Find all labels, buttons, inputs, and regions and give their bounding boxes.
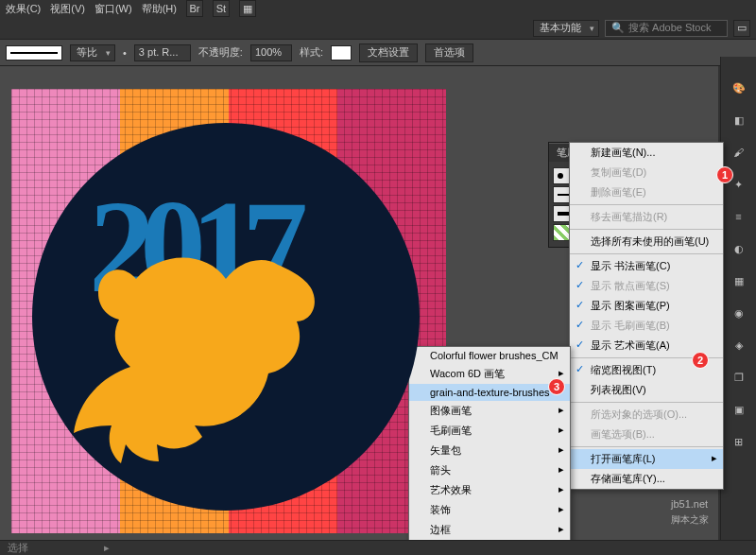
- search-icon: 🔍: [611, 22, 625, 34]
- menu-item[interactable]: 列表视图(V): [570, 380, 723, 400]
- menu-item: 所选对象的选项(O)...: [570, 405, 723, 425]
- menu-item[interactable]: 新建画笔(N)...: [570, 143, 723, 163]
- menu-item: 显示 毛刷画笔(B): [570, 316, 723, 336]
- callout-badge-2: 2: [692, 352, 709, 369]
- callout-badge-3: 3: [548, 378, 565, 395]
- artboards-icon[interactable]: ▣: [727, 397, 751, 422]
- menu-item: 显示 散点画笔(S): [570, 276, 723, 296]
- menu-item[interactable]: 矢量包: [409, 441, 570, 460]
- menu-item[interactable]: 毛刷画笔: [409, 421, 570, 441]
- transparency-icon[interactable]: ▦: [727, 269, 751, 293]
- status-bar: 选择 ▸: [0, 540, 756, 555]
- opacity-field[interactable]: 100%: [250, 44, 292, 61]
- style-label: 样式:: [300, 45, 323, 60]
- callout-badge-1: 1: [716, 166, 733, 183]
- layers-icon[interactable]: ❐: [727, 365, 751, 390]
- menu-item[interactable]: 显示 图案画笔(P): [570, 296, 723, 316]
- libraries-icon[interactable]: ⊞: [727, 429, 751, 454]
- menu-item[interactable]: 选择所有未使用的画笔(U): [570, 232, 723, 251]
- opacity-label: 不透明度:: [198, 45, 243, 60]
- appearance-icon[interactable]: ◉: [727, 301, 751, 325]
- menu-item[interactable]: 箭头: [409, 460, 570, 480]
- color-icon[interactable]: 🎨: [727, 76, 751, 100]
- menu-help[interactable]: 帮助(H): [142, 2, 177, 16]
- brush-library-submenu: Colorful flower brushes_CMWacom 6D 画笔gra…: [408, 346, 571, 555]
- style-swatch[interactable]: [331, 45, 352, 61]
- stroke-preview[interactable]: [6, 45, 62, 61]
- options-bar: 等比 • 3 pt. R... 不透明度: 100% 样式: 文档设置 首选项: [0, 40, 756, 66]
- menu-item: 复制画笔(D): [570, 163, 723, 182]
- doc-setup-button[interactable]: 文档设置: [359, 43, 418, 62]
- menu-item[interactable]: 打开画笔库(L): [570, 449, 723, 469]
- menu-item[interactable]: 艺术效果: [409, 480, 570, 500]
- uniform-dropdown[interactable]: 等比: [70, 44, 115, 61]
- menu-item: 删除画笔(E): [570, 182, 723, 202]
- menu-item: 移去画笔描边(R): [570, 207, 723, 227]
- graphic-styles-icon[interactable]: ◈: [727, 333, 751, 357]
- menu-item[interactable]: grain-and-texture-brushes: [409, 384, 570, 401]
- scroll-arrow-icon[interactable]: ▸: [104, 542, 110, 554]
- workspace-switcher[interactable]: 基本功能: [533, 20, 599, 37]
- menu-effects[interactable]: 效果(C): [6, 2, 41, 16]
- bullet: •: [123, 47, 127, 59]
- menu-window[interactable]: 窗口(W): [94, 2, 132, 16]
- right-tool-strip: 🎨 ◧ 🖌 ✦ ≡ ◐ ▦ ◉ ◈ ❐ ▣ ⊞: [720, 57, 756, 555]
- menu-view[interactable]: 视图(V): [50, 2, 85, 16]
- artwork-circle: 2017: [32, 123, 420, 511]
- swatches-icon[interactable]: ◧: [727, 108, 751, 132]
- menu-item[interactable]: 边框: [409, 520, 570, 540]
- panel-icon[interactable]: St: [213, 0, 230, 17]
- search-placeholder: 搜索 Adobe Stock: [628, 21, 711, 35]
- brush-panel-flyout-menu: 新建画笔(N)...复制画笔(D)删除画笔(E)移去画笔描边(R)选择所有未使用…: [569, 142, 724, 490]
- menu-item: 画笔选项(B)...: [570, 425, 723, 444]
- menu-item[interactable]: 显示 书法画笔(C): [570, 256, 723, 276]
- arrange-icon[interactable]: ▭: [733, 20, 750, 37]
- brushes-icon[interactable]: 🖌: [727, 140, 751, 165]
- artwork-rooster: [42, 236, 344, 473]
- search-input[interactable]: 🔍 搜索 Adobe Stock: [605, 20, 728, 37]
- menu-item[interactable]: 图像画笔: [409, 401, 570, 421]
- menu-bar: 效果(C) 视图(V) 窗口(W) 帮助(H) Br St ▦: [0, 0, 756, 17]
- stroke-weight-field[interactable]: 3 pt. R...: [134, 44, 191, 61]
- menu-item[interactable]: Colorful flower brushes_CM: [409, 347, 570, 364]
- menu-item[interactable]: 装饰: [409, 500, 570, 520]
- menu-item[interactable]: Wacom 6D 画笔: [409, 364, 570, 384]
- top-bar: 基本功能 🔍 搜索 Adobe Stock ▭: [0, 17, 756, 40]
- status-text: 选择: [8, 541, 28, 555]
- prefs-button[interactable]: 首选项: [425, 43, 473, 62]
- watermark: jb51.net脚本之家: [671, 495, 709, 527]
- gradient-icon[interactable]: ◐: [727, 236, 751, 261]
- canvas[interactable]: 2017: [11, 89, 446, 533]
- panel-icon[interactable]: ▦: [239, 0, 256, 17]
- panel-icon[interactable]: Br: [186, 0, 203, 17]
- menu-item[interactable]: 存储画笔库(Y)...: [570, 469, 723, 489]
- stroke-icon[interactable]: ≡: [727, 204, 751, 229]
